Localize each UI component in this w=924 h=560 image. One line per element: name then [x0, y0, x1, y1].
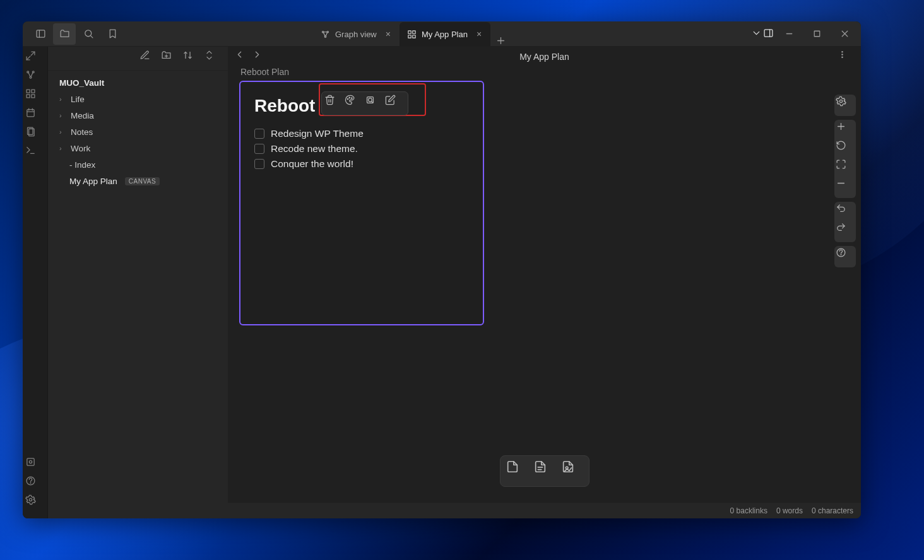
status-backlinks: 0 backlinks: [730, 506, 767, 515]
svg-rect-10: [408, 30, 411, 33]
svg-rect-12: [408, 35, 411, 37]
svg-rect-13: [413, 35, 415, 37]
vault-name[interactable]: MUO_Vault: [53, 74, 223, 91]
tab-graph-view[interactable]: Graph view ×: [313, 22, 400, 46]
minimize-button[interactable]: [775, 23, 803, 45]
close-tab-icon[interactable]: ×: [386, 29, 391, 39]
chevron-right-icon: ›: [59, 112, 68, 119]
maximize-button[interactable]: [803, 23, 831, 45]
svg-point-56: [839, 100, 842, 102]
svg-point-52: [352, 98, 352, 98]
svg-point-51: [349, 97, 350, 98]
toggle-left-sidebar-icon[interactable]: [29, 23, 52, 45]
checkbox[interactable]: [254, 144, 264, 154]
svg-point-61: [841, 255, 841, 255]
new-tab-button[interactable]: [490, 35, 511, 46]
toggle-right-sidebar-icon[interactable]: [763, 28, 774, 40]
close-tab-icon[interactable]: ×: [477, 29, 482, 39]
svg-point-47: [842, 52, 843, 52]
canvas-settings-icon[interactable]: [836, 96, 855, 115]
more-options-icon[interactable]: [837, 49, 855, 67]
undo-icon[interactable]: [836, 203, 855, 222]
svg-point-39: [29, 460, 32, 463]
svg-point-49: [842, 57, 843, 57]
status-words: 0 words: [776, 506, 803, 515]
zoom-fit-icon[interactable]: [836, 159, 855, 178]
nav-back-icon[interactable]: [234, 49, 252, 67]
edit-icon[interactable]: [385, 95, 405, 112]
svg-point-50: [347, 98, 348, 99]
graph-icon: [321, 30, 330, 39]
command-palette-icon[interactable]: [25, 145, 45, 164]
tabs: Graph view × My App Plan ×: [313, 21, 511, 46]
folder-notes[interactable]: ›Notes: [53, 124, 223, 140]
graph-view-icon[interactable]: [25, 69, 45, 88]
zoom-out-icon[interactable]: [836, 178, 855, 197]
quick-switcher-icon[interactable]: [25, 50, 45, 69]
svg-line-8: [326, 32, 328, 36]
tab-label: My App Plan: [422, 30, 468, 39]
delete-icon[interactable]: [324, 95, 345, 112]
tab-label: Graph view: [335, 30, 377, 39]
svg-line-26: [31, 73, 33, 76]
sort-icon[interactable]: [182, 50, 200, 67]
canvas-new-icon[interactable]: [25, 88, 45, 107]
daily-note-icon[interactable]: [25, 107, 45, 126]
nav-forward-icon[interactable]: [252, 49, 270, 67]
file-index[interactable]: - Index: [53, 156, 223, 173]
checkbox[interactable]: [254, 129, 264, 139]
folder-life[interactable]: ›Life: [53, 91, 223, 107]
color-icon[interactable]: [345, 95, 365, 112]
folder-work[interactable]: ›Work: [53, 140, 223, 156]
add-card-icon[interactable]: [506, 460, 528, 482]
svg-rect-28: [31, 90, 34, 93]
status-bar: 0 backlinks 0 words 0 characters: [228, 502, 861, 518]
new-folder-icon[interactable]: [161, 50, 179, 67]
zoom-in-icon[interactable]: [836, 121, 855, 140]
svg-point-41: [30, 483, 31, 484]
add-media-icon[interactable]: [561, 460, 584, 482]
svg-line-55: [372, 102, 373, 103]
close-button[interactable]: [831, 23, 858, 45]
chevron-right-icon: ›: [59, 144, 68, 152]
tab-dropdown-icon[interactable]: [751, 28, 762, 40]
add-note-icon[interactable]: [533, 460, 556, 482]
task-row[interactable]: Redesign WP Theme: [254, 126, 469, 141]
zoom-reset-icon[interactable]: [836, 140, 855, 159]
titlebar: Graph view × My App Plan ×: [23, 21, 861, 47]
svg-line-7: [323, 32, 325, 36]
settings-icon[interactable]: [25, 494, 45, 513]
files-icon[interactable]: [53, 23, 76, 45]
search-icon[interactable]: [77, 23, 100, 45]
collapse-icon[interactable]: [204, 50, 222, 67]
canvas-right-tools: [834, 95, 856, 267]
chevron-right-icon: ›: [59, 95, 68, 103]
svg-rect-11: [413, 30, 415, 33]
main-area: My App Plan Reboot Plan Reboot Plan Rede…: [228, 47, 861, 518]
task-row[interactable]: Recode new theme.: [254, 141, 469, 156]
canvas-surface[interactable]: Reboot Plan Reboot Plan Redesign WP Them…: [228, 69, 861, 502]
svg-rect-0: [37, 30, 45, 37]
vault-icon[interactable]: [25, 457, 45, 475]
redo-icon[interactable]: [836, 222, 855, 241]
canvas-card[interactable]: Reboot Plan Redesign WP Theme Recode new…: [239, 81, 484, 325]
help-icon[interactable]: [25, 475, 45, 494]
card-floating-toolbar: [321, 91, 408, 115]
svg-rect-19: [814, 31, 820, 37]
svg-rect-27: [27, 90, 30, 93]
svg-point-42: [29, 498, 32, 501]
chevron-right-icon: ›: [59, 128, 68, 136]
narrow-icon[interactable]: [365, 95, 385, 112]
file-my-app-plan[interactable]: My App Plan CANVAS: [53, 173, 223, 189]
task-row[interactable]: Conquer the world!: [254, 156, 469, 172]
svg-line-25: [28, 73, 30, 76]
svg-rect-29: [27, 95, 30, 98]
folder-media[interactable]: ›Media: [53, 107, 223, 124]
svg-rect-31: [27, 110, 33, 117]
templates-icon[interactable]: [25, 126, 45, 145]
canvas-help-icon[interactable]: [836, 247, 855, 266]
bookmark-icon[interactable]: [101, 23, 124, 45]
checkbox[interactable]: [254, 159, 264, 169]
new-note-icon[interactable]: [139, 50, 157, 67]
tab-my-app-plan[interactable]: My App Plan ×: [400, 22, 490, 46]
